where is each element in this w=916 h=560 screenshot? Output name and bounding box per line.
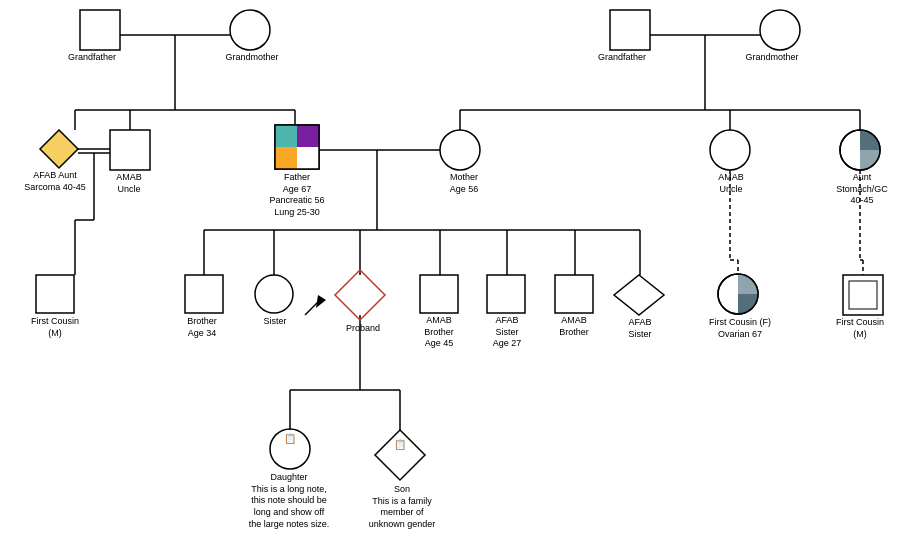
svg-rect-47 [297,147,319,169]
svg-point-63 [718,274,758,314]
svg-rect-42 [110,130,150,170]
svg-rect-65 [843,275,883,315]
amab-brother-label: AMABBrotherAge 45 [412,315,466,350]
svg-text:📋: 📋 [284,432,297,445]
svg-point-67 [270,429,310,469]
svg-marker-57 [316,295,326,308]
svg-rect-37 [80,10,120,50]
afab-aunt-label: AFAB AuntSarcoma 40-45 [22,170,88,193]
amab-uncle-left-label: AMABUncle [104,172,154,195]
maternal-grandmother-label: Grandmother [742,52,802,64]
father-label: FatherAge 67Pancreatic 56Lung 25-30 [262,172,332,219]
mother-label: MotherAge 56 [438,172,490,195]
maternal-grandfather-label: Grandfather [592,52,652,64]
svg-text:📋: 📋 [394,438,407,451]
svg-line-58 [305,302,318,315]
svg-point-50 [710,130,750,170]
svg-rect-66 [849,281,877,309]
svg-point-51 [840,130,880,170]
svg-marker-41 [40,130,78,168]
first-cousin-m-left-label: First Cousin(M) [24,316,86,339]
proband-label: Proband [340,323,386,335]
paternal-grandfather-label: Grandfather [62,52,122,64]
svg-point-40 [760,10,800,50]
first-cousin-m-right-label: First Cousin(M) [830,317,890,340]
amab-brother2-label: AMABBrother [546,315,602,338]
svg-rect-43 [275,125,319,169]
aunt-stomach-label: AuntStomach/GC40-45 [832,172,892,207]
svg-point-64 [718,274,758,314]
svg-rect-61 [555,275,593,313]
sister-label: Sister [252,316,298,328]
svg-rect-44 [275,125,297,147]
svg-marker-69 [375,430,425,480]
svg-rect-45 [297,125,319,147]
paternal-grandmother-label: Grandmother [222,52,282,64]
brother-label: BrotherAge 34 [175,316,229,339]
svg-point-55 [255,275,293,313]
afab-sister2-label: AFABSister [612,317,668,340]
svg-point-38 [230,10,270,50]
afab-sister-label: AFABSisterAge 27 [478,315,536,350]
svg-rect-46 [275,147,297,169]
svg-rect-59 [420,275,458,313]
amab-uncle-right-label: AMABUncle [704,172,758,195]
svg-point-52 [840,130,880,170]
svg-marker-62 [614,275,664,315]
svg-marker-56 [335,270,385,320]
svg-rect-54 [185,275,223,313]
svg-rect-53 [36,275,74,313]
son-label: SonThis is a family member of unknown ge… [366,484,438,531]
daughter-label: DaughterThis is a long note, this note s… [248,472,330,530]
svg-point-49 [440,130,480,170]
svg-rect-39 [610,10,650,50]
svg-rect-60 [487,275,525,313]
first-cousin-f-label: First Cousin (F)Ovarian 67 [703,317,777,340]
svg-rect-48 [275,125,319,169]
